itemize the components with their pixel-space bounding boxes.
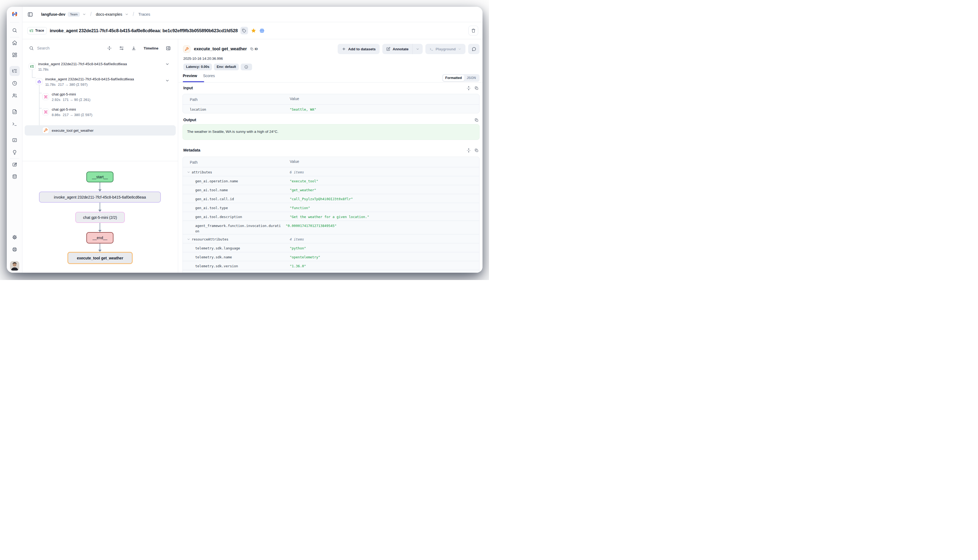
support-lifering-icon[interactable] <box>12 247 17 252</box>
tree-row-title[interactable]: execute_tool get_weather <box>52 128 94 133</box>
search-icon[interactable] <box>12 28 17 33</box>
icon-sidebar <box>7 7 22 273</box>
trace-type-badge: Trace <box>27 27 47 34</box>
copy-id-button[interactable]: ID <box>250 47 258 51</box>
sessions-clock-icon[interactable] <box>12 81 17 86</box>
users-icon[interactable] <box>12 93 17 98</box>
comments-button[interactable] <box>468 44 480 54</box>
tree-connector <box>32 77 36 78</box>
latency-badge: Latency: 0.00s <box>183 63 212 70</box>
langfuse-logo-icon[interactable] <box>11 11 18 17</box>
graph-node-execute-tool[interactable]: execute_tool get_weather <box>67 252 133 264</box>
format-toggle-formatted[interactable]: Formatted <box>443 75 464 81</box>
datasets-database-icon[interactable] <box>12 174 17 179</box>
observation-detail-panel: execute_tool get_weather ID Add to datas… <box>179 39 483 273</box>
sidebar-toggle-icon[interactable] <box>27 12 33 17</box>
expand-section-icon[interactable] <box>466 86 471 90</box>
insights-lightbulb-icon[interactable] <box>12 150 17 155</box>
timeline-toggle[interactable]: Timeline <box>144 46 159 50</box>
copy-icon[interactable] <box>475 118 479 122</box>
annotate-button[interactable]: Annotate <box>382 44 412 54</box>
chevron-down-icon <box>187 171 190 174</box>
expand-section-icon[interactable] <box>466 148 471 153</box>
tree-settings-icon[interactable] <box>119 46 124 51</box>
breadcrumb-page[interactable]: Traces <box>138 12 150 17</box>
tree-row-meta: 2.92s171 → 90 (Σ 261) <box>52 98 90 102</box>
table-row: service.name"unknown_service" <box>183 270 479 273</box>
search-input[interactable] <box>37 46 78 50</box>
format-toggle-json[interactable]: JSON <box>464 76 478 80</box>
plus-icon <box>342 47 346 51</box>
annotate-dropdown-caret[interactable] <box>412 44 423 54</box>
graph-node-end[interactable]: __end__ <box>86 232 114 243</box>
tag-icon[interactable] <box>241 27 248 34</box>
collapse-panel-icon[interactable] <box>166 46 171 51</box>
table-row: telemetry.sdk.language"python" <box>183 243 479 252</box>
info-icon[interactable] <box>241 63 252 70</box>
table-row: agent_framework.function.invocation.dura… <box>183 220 479 234</box>
collapse-all-icon[interactable] <box>107 46 112 51</box>
column-header-value: Value <box>290 97 479 101</box>
globe-public-icon[interactable] <box>259 28 265 33</box>
breadcrumb-project[interactable]: langfuse-dev <box>41 12 65 17</box>
format-toggle: Formatted JSON <box>442 74 480 82</box>
table-row: gen_ai.tool.type"function" <box>183 203 479 212</box>
home-icon[interactable] <box>12 40 17 45</box>
output-section-label: Output <box>183 118 196 122</box>
add-to-datasets-button[interactable]: Add to datasets <box>338 44 379 54</box>
input-value: "Seattle, WA" <box>290 107 479 112</box>
trash-icon <box>471 28 476 33</box>
tree-connector <box>39 82 40 130</box>
tree-row-title[interactable]: invoke_agent 232de211-7fcf-45c8-b415-6af… <box>38 62 127 66</box>
chevron-down-icon[interactable] <box>82 12 86 16</box>
traces-icon[interactable] <box>12 68 17 73</box>
graph-arrowhead <box>98 189 102 192</box>
graph-node-invoke-agent[interactable]: invoke_agent 232de211-7fcf-45c8-b415-6af… <box>39 192 161 203</box>
table-row-group[interactable]: attributes 6 items <box>183 167 479 176</box>
tree-row-title[interactable]: invoke_agent 232de211-7fcf-45c8-b415-6af… <box>45 77 134 81</box>
column-header-path: Path <box>183 97 290 103</box>
metadata-table: Path Value attributes 6 items gen_ai.ope… <box>182 157 480 273</box>
trace-tree-icon <box>30 29 33 33</box>
tree-toolbar: Timeline <box>22 43 178 53</box>
table-row: telemetry.sdk.name"opentelemetry" <box>183 252 479 261</box>
copy-icon[interactable] <box>475 148 479 153</box>
tree-row-meta: 8.86s217 → 380 (Σ 597) <box>52 113 92 117</box>
playground-terminal-icon[interactable] <box>12 121 17 127</box>
tool-wrench-icon <box>183 45 191 53</box>
env-badge: Env: default <box>214 63 239 70</box>
delete-trace-button[interactable] <box>468 26 478 35</box>
table-row: location "Seattle, WA" <box>183 104 479 113</box>
tree-row-title[interactable]: chat gpt-5-mini <box>52 92 76 96</box>
star-favorite-icon[interactable] <box>251 28 256 33</box>
table-row: telemetry.sdk.version"1.36.0" <box>183 261 479 270</box>
annotation-icon[interactable] <box>12 162 17 167</box>
dashboard-icon[interactable] <box>12 52 17 58</box>
breadcrumb-separator: / <box>131 12 136 18</box>
chevron-down-icon[interactable] <box>125 12 129 16</box>
settings-gear-icon[interactable] <box>12 235 17 240</box>
tree-connector <box>39 93 42 93</box>
tab-preview[interactable]: Preview <box>183 73 197 82</box>
table-row-group[interactable]: resourceAttributes 4 items <box>183 234 479 243</box>
chevron-down-icon[interactable] <box>165 78 169 83</box>
tab-scores[interactable]: Scores <box>203 73 215 82</box>
download-icon[interactable] <box>131 46 136 51</box>
evaluators-icon[interactable] <box>12 137 17 143</box>
table-row: gen_ai.tool.name"get_weather" <box>183 185 479 194</box>
chevron-down-icon[interactable] <box>165 62 169 66</box>
graph-edge <box>100 243 100 250</box>
prompts-file-code-icon[interactable] <box>12 109 17 115</box>
user-avatar[interactable] <box>10 261 19 270</box>
playground-button[interactable]: Playground <box>425 44 465 54</box>
tree-row-meta: 11.78s217 → 380 (Σ 597) <box>45 83 87 87</box>
chevron-down-icon <box>187 238 190 241</box>
input-path: location <box>183 107 290 112</box>
graph-node-start[interactable]: __start__ <box>86 172 114 182</box>
breadcrumb: langfuse-dev Team / docs-examples / Trac… <box>41 12 150 17</box>
graph-node-chat[interactable]: chat gpt-5-mini (2/2) <box>75 212 125 223</box>
tree-row-title[interactable]: chat gpt-5-mini <box>52 107 76 112</box>
graph-edge <box>100 223 100 230</box>
breadcrumb-environment[interactable]: docs-examples <box>96 12 122 17</box>
copy-icon[interactable] <box>475 86 479 90</box>
